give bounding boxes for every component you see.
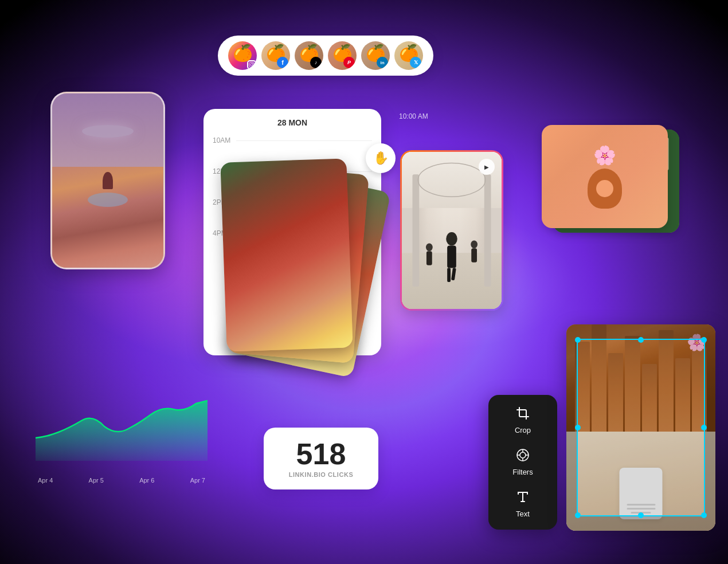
autopublish-wrapper: 10:00 AM ⚡ Auto Publish bbox=[399, 112, 428, 124]
svg-rect-8 bbox=[484, 174, 491, 287]
edit-tool-filters[interactable]: Filters bbox=[495, 448, 550, 476]
social-icon-tiktok[interactable]: 🍊 ♪ bbox=[295, 41, 323, 70]
filters-icon bbox=[516, 448, 530, 464]
autopublish-time: 10:00 AM bbox=[399, 112, 428, 120]
crop-handle-bottom-right[interactable] bbox=[701, 512, 707, 518]
svg-point-10 bbox=[446, 232, 457, 245]
chart-labels: Apr 4 Apr 5 Apr 6 Apr 7 bbox=[36, 477, 208, 484]
photo-stack: ✋ bbox=[224, 160, 384, 378]
filters-label: Filters bbox=[512, 468, 533, 476]
svg-point-25 bbox=[520, 452, 526, 458]
video-card: ▶ bbox=[400, 150, 503, 311]
svg-rect-0 bbox=[249, 62, 254, 67]
chart-label-apr5: Apr 5 bbox=[89, 477, 104, 484]
crop-handle-top-left[interactable] bbox=[575, 337, 581, 343]
social-icon-pinterest[interactable]: 🍊 P bbox=[328, 41, 357, 70]
vase-hole bbox=[596, 180, 613, 197]
chart-label-apr7: Apr 7 bbox=[190, 477, 205, 484]
svg-point-16 bbox=[471, 241, 477, 249]
crop-overlay bbox=[566, 324, 715, 531]
stats-label: LINKIN.BIO CLICKS bbox=[280, 471, 362, 478]
art-card bbox=[50, 92, 165, 269]
linkedin-brand-icon: in bbox=[377, 57, 388, 68]
edit-panel: Crop Filters bbox=[488, 395, 557, 530]
photo-card-front bbox=[220, 158, 353, 351]
crop-handle-top-right[interactable] bbox=[701, 337, 707, 343]
video-inner: ▶ bbox=[402, 152, 502, 309]
social-icon-instagram[interactable]: 🍊 bbox=[228, 41, 257, 70]
svg-rect-11 bbox=[447, 245, 456, 268]
svg-point-1 bbox=[251, 64, 253, 66]
drag-handle[interactable]: ✋ bbox=[366, 143, 396, 173]
art-disc bbox=[82, 125, 134, 138]
crop-handle-mid-left[interactable] bbox=[575, 425, 581, 430]
crop-handle-mid-bottom[interactable] bbox=[638, 512, 644, 518]
chart-svg bbox=[36, 392, 208, 461]
crop-handle-mid-right[interactable] bbox=[701, 425, 707, 430]
analytics-card: Apr 4 Apr 5 Apr 6 Apr 7 bbox=[36, 392, 208, 484]
tiktok-brand-icon: ♪ bbox=[310, 57, 322, 68]
chart-area: Apr 4 Apr 5 Apr 6 Apr 7 bbox=[36, 392, 208, 484]
crop-selection[interactable] bbox=[577, 339, 705, 516]
vase-image: 🌸 bbox=[542, 125, 668, 228]
edit-image-inner: 🌸 bbox=[566, 324, 715, 531]
calendar-line bbox=[236, 140, 372, 141]
calendar-day-header: 28 MON bbox=[213, 118, 372, 127]
vase-flower: 🌸 bbox=[593, 144, 616, 166]
chart-label-apr6: Apr 6 bbox=[139, 477, 154, 484]
instagram-brand-icon bbox=[247, 60, 256, 69]
svg-rect-15 bbox=[426, 251, 432, 265]
svg-point-2 bbox=[253, 63, 253, 64]
svg-rect-12 bbox=[447, 268, 451, 282]
social-icons-pill: 🍊 🍊 f 🍊 ♪ 🍊 P 🍊 in 🍊 𝕏 bbox=[218, 36, 433, 76]
chart-label-apr4: Apr 4 bbox=[38, 477, 53, 484]
svg-point-14 bbox=[426, 244, 433, 252]
svg-rect-17 bbox=[471, 248, 477, 262]
edit-tool-text[interactable]: Text bbox=[495, 490, 550, 518]
pinterest-brand-icon: P bbox=[343, 57, 355, 68]
svg-rect-7 bbox=[413, 174, 420, 287]
vase-body bbox=[588, 169, 622, 209]
museum-svg bbox=[402, 152, 502, 309]
crop-handle-bottom-left[interactable] bbox=[575, 512, 581, 518]
ui-layer: 🍊 🍊 f 🍊 ♪ 🍊 P 🍊 in 🍊 𝕏 bbox=[0, 0, 728, 564]
text-icon bbox=[516, 490, 530, 506]
twitter-brand-icon: 𝕏 bbox=[410, 57, 421, 68]
art-tree bbox=[103, 172, 113, 189]
text-label: Text bbox=[516, 510, 530, 518]
social-icon-twitter[interactable]: 🍊 𝕏 bbox=[394, 41, 423, 70]
crop-handle-mid-top[interactable] bbox=[638, 337, 644, 343]
edit-tool-crop[interactable]: Crop bbox=[495, 406, 550, 434]
social-icon-linkedin[interactable]: 🍊 in bbox=[361, 41, 390, 70]
social-icon-facebook[interactable]: 🍊 f bbox=[261, 41, 290, 70]
crop-icon bbox=[516, 406, 530, 422]
calendar-time-10am: 10AM bbox=[213, 136, 372, 144]
play-button[interactable]: ▶ bbox=[479, 159, 495, 175]
right-card-front: 🌸 bbox=[542, 125, 668, 228]
edit-image-card: 🌸 bbox=[566, 324, 715, 531]
time-label-10am: 10AM bbox=[213, 136, 230, 144]
stats-card: 518 LINKIN.BIO CLICKS bbox=[264, 428, 378, 489]
vase-shape: 🌸 bbox=[588, 144, 622, 209]
facebook-brand-icon: f bbox=[277, 57, 288, 68]
art-pool bbox=[88, 193, 128, 207]
right-top-stack: 🌸 bbox=[542, 125, 691, 245]
stats-number: 518 bbox=[280, 439, 362, 469]
crop-label: Crop bbox=[515, 426, 531, 434]
